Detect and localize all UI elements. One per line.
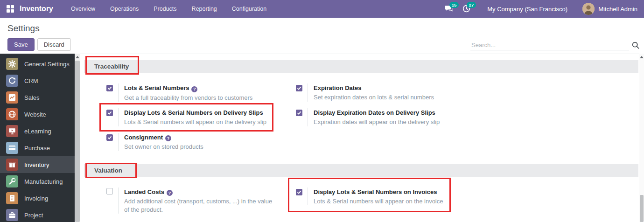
- main-scrollbar-thumb[interactable]: [640, 195, 644, 222]
- sidebar-item-sales[interactable]: Sales: [0, 89, 75, 106]
- company-switcher[interactable]: My Company (San Francisco): [487, 6, 567, 13]
- menu-operations[interactable]: Operations: [105, 3, 144, 15]
- discard-button[interactable]: Discard: [37, 38, 71, 51]
- section-header-traceability: Traceability: [84, 60, 638, 73]
- menu-overview[interactable]: Overview: [65, 3, 101, 15]
- sidebar-item-crm[interactable]: CRM: [0, 72, 75, 89]
- sidebar-item-project[interactable]: Project: [0, 207, 75, 222]
- menu-reporting[interactable]: Reporting: [186, 3, 223, 15]
- user-name: Mitchell Admin: [598, 6, 637, 13]
- presentation-icon: [6, 125, 18, 137]
- messages-count-badge: 15: [449, 2, 459, 8]
- setting-landed-costs: Landed Costs? Add additional cost (trans…: [106, 187, 296, 214]
- gear-icon: [6, 58, 18, 70]
- setting-description: Set expiration dates on lots & serial nu…: [314, 93, 434, 102]
- search-input[interactable]: [470, 40, 629, 50]
- display-lots-invoices-checkbox[interactable]: [296, 189, 302, 195]
- credit-card-icon: [6, 142, 18, 154]
- user-menu[interactable]: Mitchell Admin: [582, 3, 639, 15]
- sidebar-item-website[interactable]: Website: [0, 106, 75, 123]
- sidebar-item-invoicing[interactable]: Invoicing: [0, 190, 75, 207]
- messages-button[interactable]: 15: [443, 3, 458, 15]
- save-button[interactable]: Save: [7, 38, 35, 51]
- briefcase-icon: [6, 209, 18, 221]
- wrench-icon: [6, 175, 18, 187]
- setting-display-expiration-delivery-slips: Display Expiration Dates on Delivery Sli…: [296, 108, 638, 126]
- setting-description: Expiration dates will appear on the deli…: [314, 118, 440, 126]
- setting-description: Get a full traceability from vendors to …: [124, 94, 252, 102]
- menu-configuration[interactable]: Configuration: [226, 3, 272, 15]
- section-header-valuation: Valuation: [84, 164, 638, 177]
- control-panel: Settings Save Discard: [0, 18, 644, 54]
- search-icon[interactable]: [632, 42, 639, 49]
- setting-display-lots-delivery-slips: Display Lots & Serial Numbers on Deliver…: [106, 108, 296, 126]
- box-icon: [6, 159, 18, 171]
- annotation-box-display-lots-invoices: Display Lots & Serial Numbers on Invoice…: [288, 178, 451, 213]
- sidebar-item-manufacturing[interactable]: Manufacturing: [0, 173, 75, 190]
- app-name[interactable]: Inventory: [20, 5, 53, 13]
- setting-display-lots-invoices: Display Lots & Serial Numbers on Invoice…: [296, 187, 638, 214]
- activities-button[interactable]: 27: [461, 3, 475, 15]
- main-scrollbar[interactable]: [639, 54, 644, 222]
- sidebar-scrollbar-thumb[interactable]: [75, 61, 80, 222]
- help-icon[interactable]: ?: [167, 190, 173, 196]
- section-title: Traceability: [94, 63, 129, 70]
- scroll-up-arrow-icon[interactable]: [75, 54, 80, 60]
- activities-count-badge: 27: [467, 2, 476, 8]
- consignment-checkbox[interactable]: [106, 134, 113, 141]
- help-icon[interactable]: ?: [191, 86, 197, 92]
- user-avatar: [582, 3, 595, 15]
- landed-costs-checkbox[interactable]: [106, 188, 113, 194]
- inventory-settings-screen: Inventory Overview Operations Products R…: [0, 0, 644, 222]
- settings-panel: Traceability Lots & Serial Numbers? Get …: [80, 54, 639, 222]
- settings-sidebar: General Settings CRM Sales Website: [0, 54, 75, 222]
- help-icon[interactable]: ?: [165, 135, 171, 141]
- main-menu: Overview Operations Products Reporting C…: [65, 3, 272, 15]
- sidebar-scrollbar[interactable]: [75, 54, 80, 222]
- sales-chart-icon: [6, 91, 18, 104]
- display-lots-delivery-checkbox[interactable]: [106, 110, 113, 116]
- section-title: Valuation: [94, 167, 122, 174]
- menu-products[interactable]: Products: [148, 3, 182, 15]
- page-title: Settings: [7, 23, 637, 34]
- setting-description: Add additional cost (transport, customs,…: [124, 197, 276, 214]
- invoice-icon: [6, 192, 18, 204]
- setting-description: Lots & Serial numbers will appear on the…: [124, 118, 266, 126]
- search-box: [470, 40, 639, 50]
- sidebar-item-purchase[interactable]: Purchase: [0, 139, 75, 156]
- crm-icon: [6, 75, 18, 87]
- setting-lots-serial-numbers: Lots & Serial Numbers? Get a full tracea…: [106, 83, 296, 102]
- annotation-box-display-lots-delivery: Display Lots & Serial Numbers on Deliver…: [99, 103, 273, 132]
- setting-description: Lots & Serial numbers will appear on the…: [314, 197, 443, 206]
- globe-icon: [6, 108, 18, 120]
- scroll-up-arrow-icon[interactable]: [639, 54, 644, 60]
- expiration-dates-checkbox[interactable]: [296, 85, 302, 91]
- display-expiration-delivery-checkbox[interactable]: [296, 110, 302, 116]
- sidebar-item-inventory[interactable]: Inventory: [0, 156, 75, 173]
- setting-description: Set owner on stored products: [124, 143, 203, 151]
- setting-expiration-dates: Expiration Dates Set expiration dates on…: [296, 83, 638, 102]
- lots-serial-numbers-checkbox[interactable]: [106, 85, 113, 91]
- setting-consignment: Consignment? Set owner on stored product…: [106, 133, 296, 151]
- sidebar-item-general-settings[interactable]: General Settings: [0, 56, 75, 72]
- sidebar-item-elearning[interactable]: eLearning: [0, 123, 75, 139]
- apps-menu-icon[interactable]: [7, 5, 14, 13]
- top-navbar: Inventory Overview Operations Products R…: [0, 0, 644, 18]
